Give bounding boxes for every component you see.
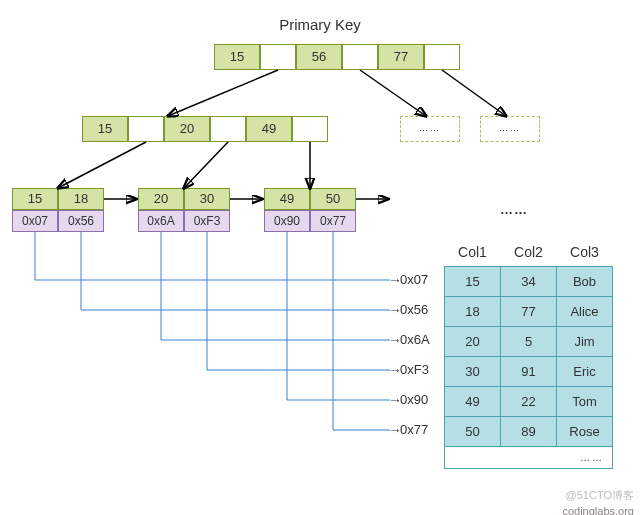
internal-gap <box>210 116 246 142</box>
cell: Rose <box>557 417 613 447</box>
internal-node: 15 20 49 <box>82 116 328 142</box>
root-node: 15 56 77 <box>214 44 460 70</box>
pointer-label: 0x6A <box>400 332 430 347</box>
cell: 5 <box>501 327 557 357</box>
cell: 22 <box>501 387 557 417</box>
root-key: 15 <box>214 44 260 70</box>
table-row: 5089Rose <box>445 417 613 447</box>
leaf-node: 49 50 0x90 0x77 <box>264 188 356 232</box>
internal-gap <box>292 116 328 142</box>
leaf-node: 15 18 0x07 0x56 <box>12 188 104 232</box>
table-header: Col1 <box>445 238 501 267</box>
table-header: Col3 <box>557 238 613 267</box>
leaf-ellipsis: …… <box>500 202 528 217</box>
watermark: codinglabs.org <box>562 505 634 515</box>
pointer-label: 0x77 <box>400 422 428 437</box>
placeholder-node: …… <box>480 116 540 142</box>
leaf-pointer: 0x6A <box>138 210 184 232</box>
internal-key: 49 <box>246 116 292 142</box>
table-row: 3091Eric <box>445 357 613 387</box>
svg-line-2 <box>442 70 506 116</box>
table-row: 1534Bob <box>445 267 613 297</box>
cell: 34 <box>501 267 557 297</box>
leaf-key: 15 <box>12 188 58 210</box>
diagram-title: Primary Key <box>0 16 640 33</box>
svg-line-4 <box>184 142 228 188</box>
leaf-pointer: 0xF3 <box>184 210 230 232</box>
leaf-key: 18 <box>58 188 104 210</box>
cell: 15 <box>445 267 501 297</box>
cell: Alice <box>557 297 613 327</box>
watermark: @51CTO博客 <box>566 488 634 503</box>
cell: 20 <box>445 327 501 357</box>
internal-key: 15 <box>82 116 128 142</box>
cell: 89 <box>501 417 557 447</box>
root-key: 56 <box>296 44 342 70</box>
table-empty-row: …… <box>445 447 613 469</box>
pointer-label: 0xF3 <box>400 362 429 377</box>
root-key: 77 <box>378 44 424 70</box>
table-header: Col2 <box>501 238 557 267</box>
placeholder-node: …… <box>400 116 460 142</box>
cell: Tom <box>557 387 613 417</box>
leaf-key: 30 <box>184 188 230 210</box>
leaf-pointer: 0x07 <box>12 210 58 232</box>
svg-line-3 <box>58 142 146 188</box>
cell: 49 <box>445 387 501 417</box>
cell-ellipsis: …… <box>445 447 613 469</box>
internal-key: 20 <box>164 116 210 142</box>
cell: 18 <box>445 297 501 327</box>
cell: Eric <box>557 357 613 387</box>
leaf-node: 20 30 0x6A 0xF3 <box>138 188 230 232</box>
leaf-pointer: 0x77 <box>310 210 356 232</box>
table-row: 1877Alice <box>445 297 613 327</box>
pointer-label: 0x07 <box>400 272 428 287</box>
root-gap <box>260 44 296 70</box>
cell: 77 <box>501 297 557 327</box>
cell: Bob <box>557 267 613 297</box>
pointer-label: 0x90 <box>400 392 428 407</box>
table-row: 205Jim <box>445 327 613 357</box>
data-table: Col1 Col2 Col3 1534Bob 1877Alice 205Jim … <box>444 238 613 469</box>
leaf-key: 20 <box>138 188 184 210</box>
svg-line-1 <box>360 70 426 116</box>
pointer-label: 0x56 <box>400 302 428 317</box>
svg-line-0 <box>168 70 278 116</box>
cell: 30 <box>445 357 501 387</box>
root-gap <box>342 44 378 70</box>
leaf-pointer: 0x56 <box>58 210 104 232</box>
cell: 50 <box>445 417 501 447</box>
table-row: 4922Tom <box>445 387 613 417</box>
cell: 91 <box>501 357 557 387</box>
leaf-pointer: 0x90 <box>264 210 310 232</box>
root-gap <box>424 44 460 70</box>
leaf-key: 49 <box>264 188 310 210</box>
table-header-row: Col1 Col2 Col3 <box>445 238 613 267</box>
leaf-key: 50 <box>310 188 356 210</box>
internal-gap <box>128 116 164 142</box>
cell: Jim <box>557 327 613 357</box>
